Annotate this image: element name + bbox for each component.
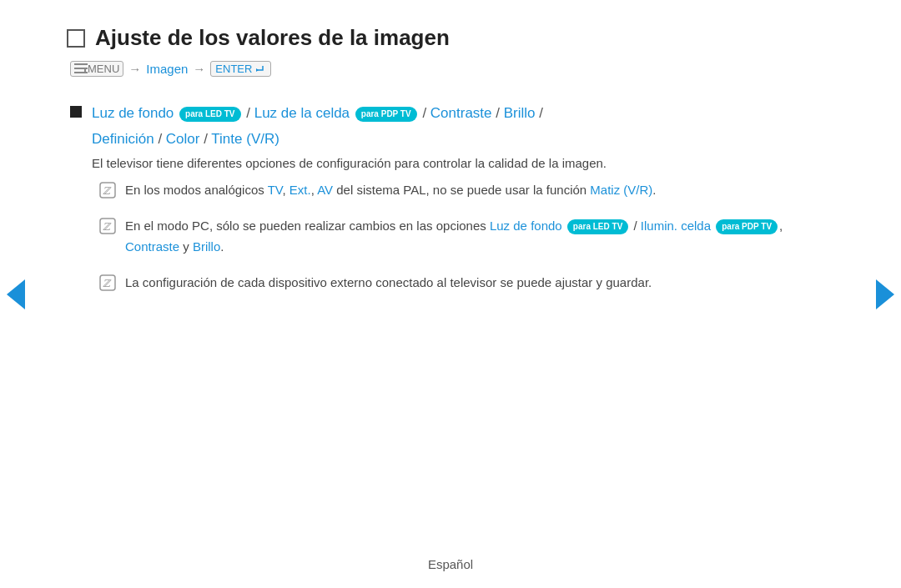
link-tinte[interactable]: Tinte (V/R) (211, 131, 279, 147)
link-tv[interactable]: TV (268, 183, 283, 197)
sep6: / (204, 131, 211, 147)
note-icon-1: ℤ (98, 182, 117, 201)
note-symbol-3: ℤ (99, 274, 116, 291)
svg-text:ℤ: ℤ (103, 221, 112, 233)
page-container: Ajuste de los valores de la imagen MENU … (0, 0, 901, 588)
menu-icon (74, 63, 88, 75)
svg-rect-0 (74, 63, 88, 65)
link-luz-celda[interactable]: Luz de la celda (254, 105, 350, 121)
page-title-row: Ajuste de los valores de la imagen (67, 25, 834, 51)
enter-box: ENTER (210, 61, 271, 77)
menu-label: MENU (88, 63, 119, 75)
svg-text:ℤ: ℤ (103, 278, 112, 289)
link-definicion[interactable]: Definición (92, 131, 154, 147)
enter-icon (254, 64, 266, 74)
badge-led-tv-2: para LED TV (567, 219, 628, 235)
link-ext[interactable]: Ext. (289, 183, 311, 197)
section-content: Luz de fondo para LED TV / Luz de la cel… (92, 102, 834, 308)
imagen-link[interactable]: Imagen (146, 62, 188, 76)
link-ilumin-celda[interactable]: Ilumin. celda (641, 219, 711, 233)
badge-pdp-tv: para PDP TV (355, 107, 417, 122)
link-brillo[interactable]: Brillo (504, 105, 536, 121)
footer-language: Español (428, 557, 473, 571)
svg-text:ℤ: ℤ (103, 185, 112, 197)
note-text-1: En los modos analógicos TV, Ext., AV del… (125, 180, 834, 201)
link-brillo-2[interactable]: Brillo (193, 239, 220, 254)
links-line: Luz de fondo para LED TV / Luz de la cel… (92, 102, 834, 124)
description-text: El televisor tiene diferentes opciones d… (92, 153, 834, 173)
svg-rect-4 (84, 66, 86, 68)
note-icon-2: ℤ (98, 218, 117, 258)
link-av[interactable]: AV (317, 183, 333, 197)
sep3: / (496, 105, 503, 121)
svg-marker-5 (256, 68, 259, 72)
link-contraste-2[interactable]: Contraste (125, 239, 179, 254)
link-matiz[interactable]: Matiz (V/R) (590, 183, 652, 197)
link-luz-fondo-2[interactable]: Luz de fondo (490, 219, 562, 233)
sep4: / (539, 105, 543, 121)
sep2: / (422, 105, 430, 121)
enter-label: ENTER (215, 63, 252, 75)
main-section: Luz de fondo para LED TV / Luz de la cel… (67, 102, 834, 308)
menu-nav: MENU → Imagen → ENTER (67, 61, 834, 77)
note-2: ℤ En el modo PC, sólo se pueden realizar… (92, 216, 834, 258)
note-symbol-2: ℤ (99, 218, 116, 234)
checkbox-icon (67, 29, 85, 48)
page-title: Ajuste de los valores de la imagen (95, 25, 450, 51)
arrow2: → (193, 62, 205, 76)
nav-arrow-left[interactable] (7, 279, 25, 309)
note-1: ℤ En los modos analógicos TV, Ext., AV d… (92, 180, 834, 201)
menu-icon-box: MENU (70, 61, 123, 77)
note-text-3: La configuración de cada dispositivo ext… (125, 273, 834, 294)
language-label: Español (428, 557, 473, 571)
link-contraste[interactable]: Contraste (430, 105, 492, 121)
links-line-2: Definición / Color / Tinte (V/R) (92, 128, 834, 150)
note-icon-3: ℤ (98, 274, 117, 294)
nav-arrow-right[interactable] (876, 279, 894, 309)
sep1: / (246, 105, 254, 121)
link-luz-fondo[interactable]: Luz de fondo (92, 105, 174, 121)
bullet-square (70, 106, 82, 118)
arrow1: → (128, 62, 141, 76)
badge-pdp-tv-2: para PDP TV (716, 219, 778, 235)
sep5: / (158, 131, 165, 147)
note-3: ℤ La configuración de cada dispositivo e… (92, 273, 834, 294)
note-symbol-1: ℤ (99, 182, 116, 199)
link-color[interactable]: Color (166, 131, 200, 147)
badge-led-tv: para LED TV (179, 107, 240, 122)
note-text-2: En el modo PC, sólo se pueden realizar c… (125, 216, 834, 258)
